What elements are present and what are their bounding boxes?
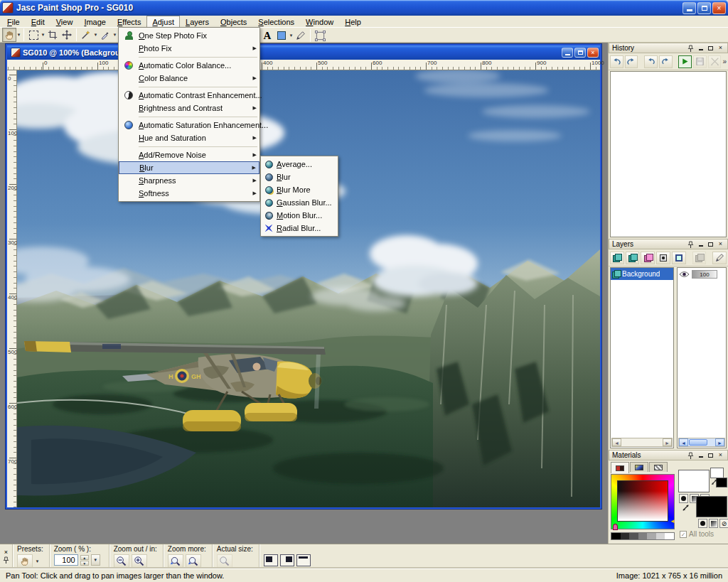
- menu-item[interactable]: Add/Remove Noise ▶: [119, 149, 259, 161]
- zoom-in-button[interactable]: [132, 554, 147, 568]
- swap-materials-icon[interactable]: [681, 503, 690, 514]
- layer-props-scrollbar[interactable]: ◄ ►: [678, 438, 725, 447]
- new-layer-group-button[interactable]: [672, 252, 686, 264]
- saturation-value-box[interactable]: [617, 480, 668, 522]
- background-material-swatch[interactable]: [696, 496, 727, 517]
- new-art-media-layer-button[interactable]: [641, 252, 655, 264]
- zoom-out-more-button[interactable]: [168, 554, 183, 568]
- submenu-item[interactable]: Radial Blur...: [261, 222, 338, 235]
- zoom-spin-down[interactable]: ▼: [80, 561, 89, 566]
- submenu-item[interactable]: Average...: [261, 158, 338, 171]
- menubar-item[interactable]: Objects: [215, 16, 252, 27]
- zoom-in-more-button[interactable]: [186, 554, 201, 568]
- menu-item[interactable]: Color Balance ▶: [119, 72, 259, 85]
- menu-item[interactable]: Sharpness ▶: [119, 174, 259, 187]
- menu-item[interactable]: Hue and Saturation ▶: [119, 131, 259, 144]
- pan-tool-button[interactable]: [2, 28, 16, 42]
- bg-style-color-button[interactable]: [698, 519, 707, 528]
- gray-swatch[interactable]: [629, 533, 638, 539]
- tab-swatches[interactable]: [649, 462, 668, 472]
- menu-item[interactable]: Photo Fix ▶: [119, 42, 259, 55]
- layers-close-button[interactable]: ×: [717, 241, 724, 248]
- dropper-tool-button[interactable]: [98, 28, 112, 42]
- submenu-item[interactable]: Blur: [261, 171, 338, 183]
- presets-button[interactable]: [17, 554, 33, 568]
- submenu-item[interactable]: Motion Blur...: [261, 209, 338, 222]
- scroll-right-arrow[interactable]: ►: [663, 438, 672, 446]
- history-pin-icon[interactable]: [687, 45, 695, 52]
- gray-swatch[interactable]: [621, 533, 630, 539]
- tab-colors[interactable]: [611, 462, 629, 473]
- menubar-item[interactable]: File: [1, 16, 26, 27]
- history-overflow-chevron[interactable]: »: [722, 58, 727, 65]
- fg-style-color-button[interactable]: [679, 494, 688, 503]
- submenu-item[interactable]: Blur More: [261, 183, 338, 196]
- hue-map[interactable]: ◄: [611, 474, 675, 529]
- materials-minimize-button[interactable]: [697, 452, 705, 459]
- undo-button[interactable]: [644, 55, 658, 68]
- menu-item[interactable]: Automatic Contrast Enhancement... ▶: [119, 89, 259, 102]
- gray-swatch[interactable]: [647, 533, 656, 539]
- layer-row-background[interactable]: Background: [611, 268, 673, 280]
- document-title-bar[interactable]: SG010 @ 100% (Background) ×: [7, 45, 600, 60]
- new-raster-layer-button[interactable]: [610, 252, 624, 264]
- edit-selection-button[interactable]: [712, 252, 727, 264]
- history-list[interactable]: [610, 71, 727, 237]
- menubar-item[interactable]: Effects: [112, 16, 146, 27]
- magic-wand-dropdown[interactable]: ▼: [93, 33, 98, 37]
- full-screen-button[interactable]: [296, 554, 311, 566]
- quickscript-play-button[interactable]: [678, 55, 692, 68]
- gray-swatch[interactable]: [611, 533, 621, 539]
- minimize-button[interactable]: [682, 2, 696, 14]
- scroll-left-arrow[interactable]: ◄: [612, 438, 621, 446]
- fit-window-to-image-button[interactable]: [264, 554, 278, 566]
- history-close-button[interactable]: ×: [717, 45, 724, 52]
- menubar-item[interactable]: Adjust: [146, 16, 180, 27]
- close-button[interactable]: ×: [712, 2, 726, 14]
- layer-opacity-value[interactable]: 100: [692, 270, 717, 279]
- zoom-out-button[interactable]: [114, 554, 129, 568]
- menu-item[interactable]: Blur ▶: [119, 161, 259, 174]
- foreground-color-swatch[interactable]: [710, 468, 724, 478]
- presets-dropdown[interactable]: ▼: [35, 559, 40, 564]
- history-maximize-button[interactable]: [707, 45, 714, 52]
- zoom-slider-dropdown[interactable]: ▼: [91, 554, 100, 566]
- canvas[interactable]: H GH: [17, 70, 600, 507]
- bg-style-null-button[interactable]: ⊘: [719, 519, 728, 528]
- crop-tool-button[interactable]: [46, 28, 60, 42]
- selection-tool-button[interactable]: [26, 28, 41, 42]
- menu-item[interactable]: Brightness and Contrast ▶: [119, 102, 259, 114]
- menu-item[interactable]: Softness ▶: [119, 187, 259, 200]
- move-tool-button[interactable]: [60, 28, 74, 42]
- materials-maximize-button[interactable]: [707, 452, 714, 459]
- all-tools-checkbox[interactable]: ✓: [680, 531, 687, 538]
- hue-arrow-marker[interactable]: ◄: [670, 518, 675, 524]
- zoom-spin-up[interactable]: ▲: [80, 555, 89, 560]
- new-vector-layer-button[interactable]: [626, 252, 640, 264]
- magic-wand-button[interactable]: [79, 28, 93, 42]
- submenu-item[interactable]: Gaussian Blur...: [261, 196, 338, 209]
- foreground-material-swatch[interactable]: [678, 470, 710, 492]
- tab-gradient[interactable]: [630, 462, 648, 472]
- layers-pin-icon[interactable]: [687, 241, 695, 248]
- tool-options-close-icon[interactable]: ×: [4, 549, 8, 555]
- menu-item[interactable]: Automatic Saturation Enhancement... ▶: [119, 119, 259, 131]
- fit-image-to-window-button[interactable]: [280, 554, 294, 566]
- menubar-item[interactable]: Selections: [252, 16, 300, 27]
- bg-style-gradient-button[interactable]: [709, 519, 718, 528]
- new-mask-layer-button[interactable]: [656, 252, 670, 264]
- text-tool-button[interactable]: A: [260, 28, 274, 43]
- menubar-item[interactable]: Edit: [26, 16, 50, 27]
- shape-tool-dropdown[interactable]: ▼: [289, 33, 294, 38]
- selection-tool-dropdown[interactable]: ▼: [41, 33, 46, 37]
- materials-pin-icon[interactable]: [687, 452, 695, 459]
- menu-item[interactable]: Automatic Color Balance... ▶: [119, 59, 259, 72]
- layers-maximize-button[interactable]: [707, 241, 714, 248]
- swap-colors-icon[interactable]: [710, 478, 718, 487]
- doc-maximize-button[interactable]: [574, 48, 586, 58]
- scroll-left-arrow[interactable]: ◄: [679, 438, 688, 446]
- gray-swatch[interactable]: [665, 533, 674, 539]
- redo-button[interactable]: [659, 55, 673, 68]
- menubar-item[interactable]: View: [50, 16, 79, 27]
- gray-swatch[interactable]: [638, 533, 648, 539]
